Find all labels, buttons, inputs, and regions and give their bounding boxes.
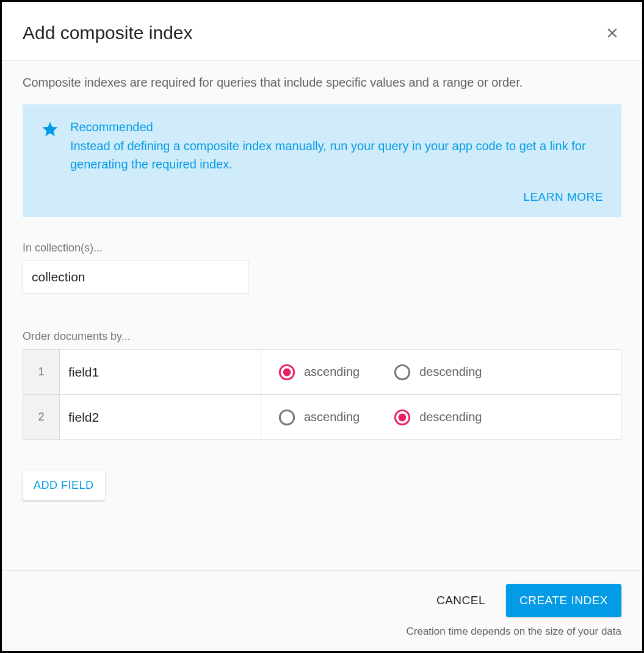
star-icon — [41, 120, 59, 173]
radio-checked-icon — [278, 364, 295, 381]
field-name-input[interactable] — [60, 350, 261, 394]
field-index: 1 — [23, 350, 60, 395]
collection-label: In collection(s)... — [23, 242, 621, 254]
radio-unchecked-icon — [278, 409, 295, 426]
dialog-footer: CANCEL CREATE INDEX Creation time depend… — [2, 570, 642, 651]
recommendation-text: Instead of defining a composite index ma… — [70, 137, 603, 173]
recommendation-card: Recommended Instead of defining a compos… — [23, 104, 621, 217]
radio-descending[interactable]: descending — [394, 409, 482, 426]
radio-ascending[interactable]: ascending — [278, 409, 360, 426]
field-row: 1 ascending — [23, 350, 621, 395]
field-name-input[interactable] — [60, 395, 261, 439]
radio-label: ascending — [304, 410, 360, 424]
close-button[interactable] — [603, 24, 621, 42]
dialog-header: Add composite index — [2, 2, 642, 61]
radio-ascending[interactable]: ascending — [278, 364, 360, 381]
composite-index-dialog: Add composite index Composite indexes ar… — [0, 0, 644, 653]
svg-point-5 — [399, 413, 407, 421]
dialog-title: Add composite index — [23, 23, 193, 43]
footer-note: Creation time depends on the size of you… — [23, 626, 621, 638]
fields-table: 1 ascending — [23, 349, 621, 440]
radio-label: ascending — [304, 365, 360, 379]
order-label: Order documents by... — [23, 330, 621, 343]
close-icon — [604, 25, 620, 41]
radio-unchecked-icon — [394, 364, 411, 381]
recommendation-title: Recommended — [70, 120, 603, 134]
radio-label: descending — [419, 365, 482, 379]
cancel-button[interactable]: CANCEL — [433, 588, 489, 613]
field-row: 2 ascending — [23, 395, 621, 440]
radio-checked-icon — [394, 409, 411, 426]
learn-more-link[interactable]: LEARN MORE — [523, 190, 603, 204]
radio-descending[interactable]: descending — [394, 364, 482, 381]
collection-input[interactable] — [23, 261, 248, 294]
add-field-button[interactable]: ADD FIELD — [23, 471, 105, 500]
svg-point-2 — [396, 365, 410, 379]
field-index: 2 — [23, 395, 60, 440]
svg-point-1 — [283, 368, 291, 376]
dialog-body: Composite indexes are required for queri… — [2, 61, 642, 570]
radio-label: descending — [419, 410, 482, 424]
create-index-button[interactable]: CREATE INDEX — [506, 584, 621, 617]
svg-point-3 — [280, 410, 294, 424]
dialog-description: Composite indexes are required for queri… — [23, 76, 621, 90]
